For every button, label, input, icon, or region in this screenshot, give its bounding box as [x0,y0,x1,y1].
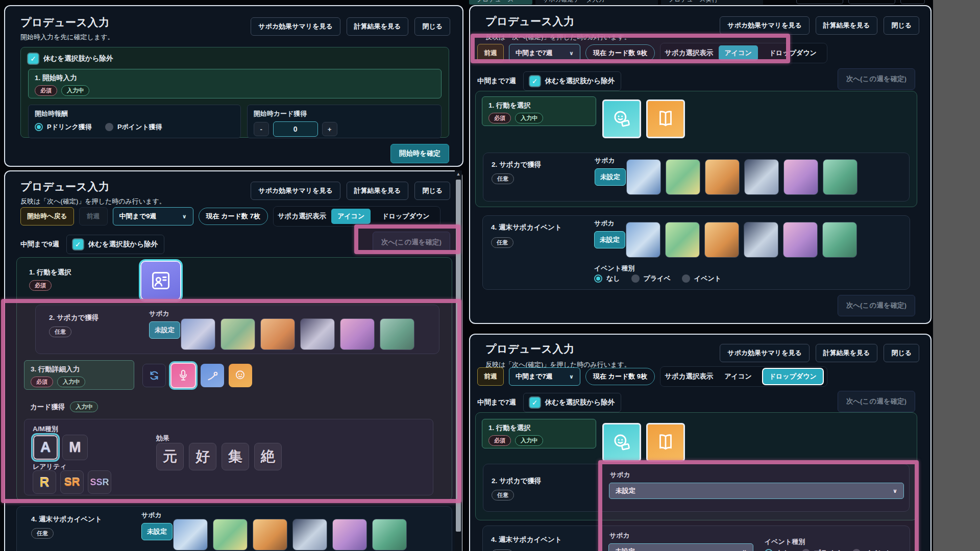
mode-icon-button[interactable]: アイコン [719,45,758,61]
supoka-dropdown[interactable]: 未設定 ∨ [608,543,753,551]
rarity-r-tile[interactable]: R [33,470,56,494]
next-week-button[interactable]: 次へ(この週を確定) [373,232,450,253]
supoka-unset-button[interactable]: 未設定 [595,168,626,186]
supoka-card-thumb[interactable] [783,159,818,195]
supoka-card-thumb[interactable] [705,159,740,195]
close-button[interactable]: 閉じる [884,16,919,35]
event-event-radio[interactable]: イベント [682,274,721,283]
exclude-rest-box[interactable]: 休むを選択肢から除外 [523,393,621,412]
supoka-card-thumb[interactable] [173,519,208,550]
supoka-card-thumb[interactable] [220,318,255,350]
class-action-icon[interactable] [646,99,685,138]
prev-week-button[interactable]: 前週 [477,367,504,386]
supoka-card-thumb[interactable] [300,318,335,350]
calc-results-button[interactable]: 計算結果を見る [347,17,409,36]
supoka-card-thumb[interactable] [380,318,414,350]
supoka-unset-button[interactable]: 未設定 [149,321,180,339]
calc-results-button[interactable]: 計算結果を見る [347,182,409,200]
calc-results-button[interactable]: 計算結果を見る [816,16,878,35]
event-private-radio[interactable]: プライベ [631,274,671,283]
stepper-minus-button[interactable]: - [254,122,269,136]
auto-refresh-icon[interactable] [142,364,166,387]
tab-supoka-data[interactable]: サポカ確定データ入力 [535,0,658,5]
supoka-card-thumb[interactable] [372,519,407,550]
effect-kouchou-tile[interactable]: 好 [189,443,216,470]
supoka-card-thumb[interactable] [744,222,778,258]
supoka-card-thumb[interactable] [665,222,700,258]
supoka-card-thumb[interactable] [332,519,367,550]
outing-action-icon[interactable] [602,423,641,462]
supoka-card-thumb[interactable] [292,519,327,550]
scrollbar-thumb[interactable] [456,180,461,532]
supoka-card-thumb[interactable] [213,519,248,550]
card-count-input[interactable]: 0 [273,121,318,137]
event-event-radio[interactable]: イベント [852,548,892,551]
am-m-tile[interactable]: M [62,435,88,460]
supoka-card-thumb[interactable] [260,318,295,350]
rarity-ssr-tile[interactable]: SSR [88,470,111,494]
supoka-summary-button[interactable]: サポカ効果サマリを見る [720,344,809,362]
supoka-summary-button[interactable]: サポカ効果サマリを見る [720,16,809,35]
week-select[interactable]: 中間まで7週∨ [509,44,580,62]
prev-week-button[interactable]: 前週 [79,207,108,226]
tab-produce-exec[interactable]: プロデュース実行 [661,0,763,5]
supoka-card-thumb[interactable] [181,318,215,350]
exclude-rest-checkbox[interactable] [28,54,38,64]
supoka-card-thumb[interactable] [340,318,375,350]
stepper-plus-button[interactable]: + [322,122,337,136]
vertical-scrollbar[interactable]: ▲ [455,170,462,551]
rarity-sr-tile[interactable]: SR [60,470,84,494]
supoka-card-thumb[interactable] [822,222,857,258]
tab-produce[interactable]: プロデュース [469,0,532,5]
week-select[interactable]: 中間まで7週∨ [509,367,580,386]
event-private-radio[interactable]: プライベ [802,548,841,551]
week-select[interactable]: 中間まで9週∨ [113,207,193,226]
am-a-tile[interactable]: A [33,435,58,460]
reward-drink-radio[interactable]: Pドリンク獲得 [35,122,92,132]
mode-icon-button[interactable]: アイコン [331,209,371,224]
close-button[interactable]: 閉じる [414,17,450,36]
supoka-card-thumb[interactable] [666,159,700,195]
visual-lesson-icon[interactable] [229,364,252,387]
exclude-rest-checkbox[interactable] [530,76,540,86]
effect-shuuchuu-tile[interactable]: 集 [222,443,249,470]
mode-dropdown-button[interactable]: ドロップダウン [763,369,823,384]
supoka-unset-button[interactable]: 未設定 [141,523,173,540]
vocal-lesson-icon[interactable] [170,363,196,388]
next-week-button[interactable]: 次へ(この週を確定) [838,391,915,412]
supoka-card-thumb[interactable] [783,222,818,258]
exclude-rest-box[interactable]: 休むを選択肢から除外 [523,71,621,91]
class-action-icon[interactable] [646,423,685,462]
back-to-start-button[interactable]: 開始時へ戻る [20,207,74,226]
dance-lesson-icon[interactable] [201,364,224,387]
mode-icon-button[interactable]: アイコン [719,369,758,384]
supoka-card-thumb[interactable] [253,519,287,550]
event-none-radio[interactable]: なし [594,274,620,283]
close-button[interactable]: 閉じる [884,344,919,362]
supoka-card-thumb[interactable] [626,159,661,195]
effect-zekkouchou-tile[interactable]: 絶 [254,443,282,470]
supoka-dropdown[interactable]: 未設定 ∨ [609,483,904,499]
mode-dropdown-button[interactable]: ドロップダウン [763,45,823,61]
exclude-rest-checkbox[interactable] [73,239,83,249]
next-week-button[interactable]: 次へ(この週を確定) [838,68,915,90]
prev-week-button[interactable]: 前週 [477,44,504,62]
action-lesson-icon[interactable] [140,261,181,300]
supoka-unset-button[interactable]: 未設定 [594,231,625,248]
outing-action-icon[interactable] [602,99,641,138]
supoka-card-thumb[interactable] [744,159,779,195]
confirm-start-button[interactable]: 開始時を確定 [390,144,449,163]
supoka-card-thumb[interactable] [823,159,857,195]
mode-dropdown-button[interactable]: ドロップダウン [376,209,435,224]
next-week-button[interactable]: 次へ(この週を確定) [838,295,915,316]
reward-point-radio[interactable]: Pポイント獲得 [105,122,162,132]
calc-results-button[interactable]: 計算結果を見る [816,344,878,362]
scroll-up-icon[interactable]: ▲ [455,171,462,177]
close-button[interactable]: 閉じる [414,182,450,200]
supoka-summary-button[interactable]: サポカ効果サマリを見る [251,182,340,200]
effect-genki-tile[interactable]: 元 [156,443,184,470]
exclude-rest-checkbox[interactable] [530,397,540,408]
supoka-card-thumb[interactable] [626,222,660,258]
supoka-summary-button[interactable]: サポカ効果サマリを見る [251,17,340,36]
supoka-card-thumb[interactable] [704,222,739,258]
